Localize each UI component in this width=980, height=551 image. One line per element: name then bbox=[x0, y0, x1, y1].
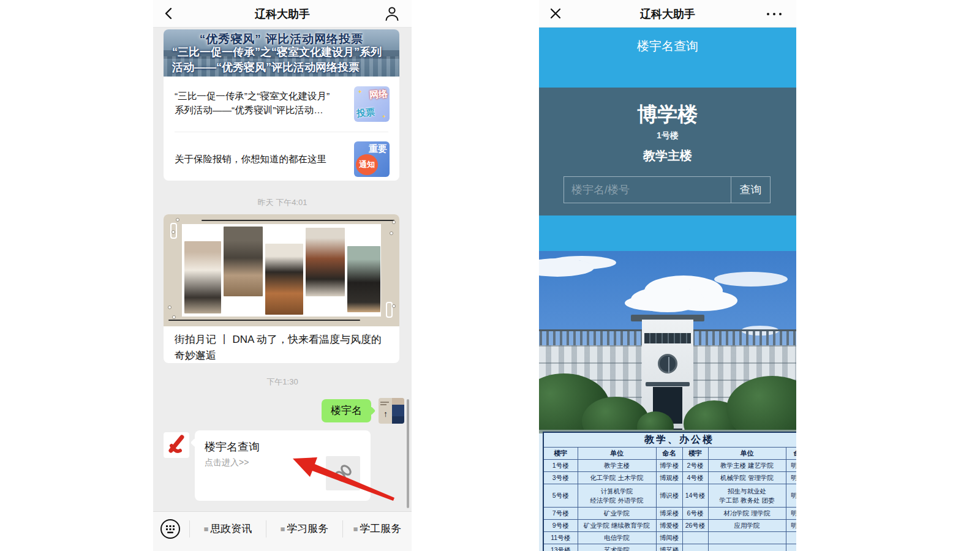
table-cell: 11号楼 bbox=[543, 532, 578, 544]
street-photo bbox=[265, 244, 303, 315]
table-cell: 计算机学院 经法学院 外语学院 bbox=[578, 484, 656, 508]
profile-icon[interactable] bbox=[385, 6, 399, 21]
divider bbox=[175, 132, 388, 132]
table-cell: 招生与就业处 学工部 教务处 团委 bbox=[708, 484, 786, 508]
table-row: 11号楼电信学院博闻楼 bbox=[543, 532, 796, 544]
table-cell: 博闻楼 bbox=[656, 532, 682, 544]
table-row: 1号楼教学主楼博学楼2号楼教学主楼 建艺学院明德楼 bbox=[543, 460, 796, 472]
table-row: 13号楼艺术学院博艺楼 bbox=[543, 544, 796, 551]
table-cell: 应用学院 bbox=[708, 520, 786, 532]
building-search-input[interactable] bbox=[564, 177, 731, 203]
sent-message-bubble[interactable]: 楼宇名 bbox=[322, 399, 371, 422]
wechat-chat-screen: 辽科大助手 “优秀寝风” 评比活动网络投票 “三比一促一传承”之“寝室文化建设月… bbox=[153, 0, 412, 551]
chain-link-icon bbox=[331, 462, 355, 485]
spacer-band bbox=[539, 216, 796, 251]
table-cell: 1号楼 bbox=[543, 460, 578, 472]
film-strip-image bbox=[164, 214, 399, 326]
sent-message-row: 楼宇名 ↑ bbox=[153, 397, 412, 425]
table-cell: 5号楼 bbox=[543, 484, 578, 508]
table-cell: 2号楼 bbox=[682, 460, 708, 472]
more-options-icon[interactable] bbox=[767, 13, 784, 15]
toolbar-menu-xuexi[interactable]: ≡学习服务 bbox=[266, 512, 342, 546]
table-cell: 3号楼 bbox=[543, 472, 578, 484]
thumb-text: 投票 bbox=[356, 107, 375, 120]
building-query-screen: 辽科大助手 楼宇名查询 博学楼 1号楼 教学主楼 查询 bbox=[539, 0, 796, 551]
table-cell: 材冶学院 理学院 bbox=[708, 508, 786, 520]
table-row: 9号楼矿业学院 继续教育学院博爱楼26号楼应用学院明礼楼 bbox=[543, 520, 796, 532]
table-cell: 矿业学院 继续教育学院 bbox=[578, 520, 656, 532]
link-thumbnail bbox=[326, 456, 360, 490]
table-header: 单位 bbox=[578, 448, 656, 460]
bot-avatar[interactable] bbox=[164, 432, 189, 458]
building-table: 教学、办公楼楼宇单位命名楼宇单位命名1号楼教学主楼博学楼2号楼教学主楼 建艺学院… bbox=[543, 432, 796, 551]
toolbar-menu-xuegong[interactable]: ≡学工服务 bbox=[343, 512, 412, 546]
query-button[interactable]: 查询 bbox=[731, 177, 770, 203]
chat-scrollbar[interactable] bbox=[407, 399, 409, 508]
building-table-section: 教学、办公楼楼宇单位命名楼宇单位命名1号楼教学主楼博学楼2号楼教学主楼 建艺学院… bbox=[539, 430, 796, 551]
table-cell: 化工学院 土木学院 bbox=[578, 472, 656, 484]
article-list-item[interactable]: “三比一促一传承”之“寝室文化建设月” 系列活动——“优秀寝训”评比活动… ✦ … bbox=[164, 77, 399, 132]
table-cell: 6号楼 bbox=[682, 508, 708, 520]
street-photo bbox=[224, 227, 263, 296]
table-cell bbox=[708, 544, 786, 551]
table-cell: 9号楼 bbox=[543, 520, 578, 532]
table-cell: 博识楼 bbox=[656, 484, 682, 508]
table-cell: 4号楼 bbox=[682, 472, 708, 484]
photo-article-card[interactable]: 街拍月记 丨 DNA 动了，快来看温度与风度的奇妙邂逅 bbox=[164, 214, 399, 363]
chat-toolbar: ≡思政资讯 ≡学习服务 ≡学工服务 bbox=[153, 511, 412, 551]
hero-subtitle-1: “三比一促一传承”之“寝室文化建设月”系列 bbox=[172, 45, 382, 59]
article-hero-image[interactable]: “优秀寝风” 评比活动网络投票 “三比一促一传承”之“寝室文化建设月”系列 活动… bbox=[164, 29, 399, 77]
table-cell: 艺术学院 bbox=[578, 544, 656, 551]
table-title: 教学、办公楼 bbox=[543, 432, 796, 448]
page-title: 楼宇名查询 bbox=[539, 38, 796, 54]
page-header-band: 楼宇名查询 bbox=[539, 28, 796, 88]
article-item-title: 关于保险报销，你想知道的都在这里 bbox=[175, 152, 350, 166]
table-cell: 博艺楼 bbox=[656, 544, 682, 551]
webview-navbar: 辽科大助手 bbox=[539, 0, 796, 28]
table-cell: 博采楼 bbox=[656, 508, 682, 520]
campus-photo bbox=[539, 251, 796, 430]
table-cell: 7号楼 bbox=[543, 508, 578, 520]
star-icon: ✦ bbox=[382, 114, 386, 119]
table-cell: 电信学院 bbox=[578, 532, 656, 544]
thumb-text: 网络 bbox=[369, 88, 388, 102]
toolbar-menu-sizheng[interactable]: ≡思政资讯 bbox=[190, 512, 266, 546]
search-bar: 查询 bbox=[564, 176, 771, 203]
building-clock-emblem bbox=[658, 354, 677, 373]
article-card[interactable]: “优秀寝风” 评比活动网络投票 “三比一促一传承”之“寝室文化建设月”系列 活动… bbox=[164, 29, 399, 181]
menu-icon: ≡ bbox=[281, 525, 285, 534]
thumb-text: 通知 bbox=[359, 159, 375, 170]
chat-navbar: 辽科大助手 bbox=[153, 0, 412, 28]
chat-title: 辽科大助手 bbox=[153, 7, 412, 21]
table-cell: 明德楼 bbox=[786, 460, 796, 472]
table-header: 命名 bbox=[656, 448, 682, 460]
table-header: 楼宇 bbox=[682, 448, 708, 460]
street-photo bbox=[347, 246, 380, 312]
table-cell: 矿业学院 bbox=[578, 508, 656, 520]
street-photo bbox=[306, 228, 345, 296]
bot-logo-icon bbox=[164, 432, 189, 458]
table-cell: 教学主楼 bbox=[578, 460, 656, 472]
table-cell: 26号楼 bbox=[682, 520, 708, 532]
article-list-item[interactable]: 关于保险报销，你想知道的都在这里 重要 通知 bbox=[164, 132, 399, 181]
photo-article-caption: 街拍月记 丨 DNA 动了，快来看温度与风度的奇妙邂逅 bbox=[175, 332, 389, 363]
article-item-title: “三比一促一传承”之“寝室文化建设月” 系列活动——“优秀寝训”评比活动… bbox=[175, 89, 350, 117]
building-description: 教学主楼 bbox=[539, 148, 796, 164]
menu-icon: ≡ bbox=[204, 525, 209, 534]
hero-subtitle-2: 活动——“优秀寝风”评比活动网络投票 bbox=[172, 60, 360, 75]
user-avatar[interactable]: ↑ bbox=[379, 398, 404, 424]
table-cell: 明睿楼 bbox=[786, 484, 796, 508]
menu-icon: ≡ bbox=[353, 525, 358, 534]
building-name: 博学楼 bbox=[539, 101, 796, 129]
table-header: 命名 bbox=[786, 448, 796, 460]
table-cell bbox=[786, 544, 796, 551]
table-cell: 博学楼 bbox=[656, 460, 682, 472]
reply-link-card[interactable]: 楼宇名查询 点击进入>> bbox=[195, 430, 371, 501]
vote-thumbnail: ✦ 网络 投票 ✦ bbox=[354, 86, 390, 122]
table-cell: 博爱楼 bbox=[656, 520, 682, 532]
timestamp: 下午1:30 bbox=[153, 377, 412, 388]
notice-thumbnail: 重要 通知 bbox=[354, 141, 390, 177]
keyboard-toggle-icon[interactable] bbox=[160, 519, 181, 539]
star-icon: ✦ bbox=[358, 89, 363, 95]
table-cell: 14号楼 bbox=[682, 484, 708, 508]
